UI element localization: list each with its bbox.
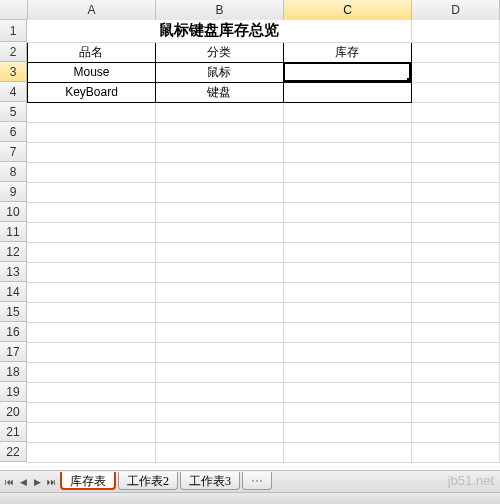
tab-nav-first-icon[interactable]: ⏮	[2, 474, 16, 490]
row-header-6[interactable]: 6	[0, 122, 27, 142]
cell[interactable]	[283, 162, 411, 182]
tab-nav-prev-icon[interactable]: ◀	[16, 474, 30, 490]
cell-stock-0[interactable]	[283, 62, 411, 82]
cell[interactable]	[155, 382, 283, 402]
cell[interactable]	[283, 142, 411, 162]
row-header-20[interactable]: 20	[0, 402, 27, 422]
row-header-1[interactable]: 1	[0, 20, 27, 42]
cell[interactable]	[27, 142, 155, 162]
row-header-7[interactable]: 7	[0, 142, 27, 162]
cell[interactable]	[27, 162, 155, 182]
row-header-22[interactable]: 22	[0, 442, 27, 462]
row-header-2[interactable]: 2	[0, 42, 27, 62]
cell[interactable]	[283, 342, 411, 362]
cell-D4[interactable]	[412, 82, 500, 102]
tab-nav-next-icon[interactable]: ▶	[30, 474, 44, 490]
row-header-13[interactable]: 13	[0, 262, 27, 282]
row-header-4[interactable]: 4	[0, 82, 27, 102]
cell-D2[interactable]	[412, 42, 500, 62]
row-header-17[interactable]: 17	[0, 342, 27, 362]
sheet-tab-2[interactable]: 工作表3	[180, 472, 240, 490]
row-header-21[interactable]: 21	[0, 422, 27, 442]
col-header-D[interactable]: D	[412, 0, 500, 20]
row-header-10[interactable]: 10	[0, 202, 27, 222]
cell[interactable]	[283, 202, 411, 222]
cell[interactable]	[155, 442, 283, 462]
col-header-A[interactable]: A	[28, 0, 156, 20]
cell[interactable]	[27, 362, 155, 382]
cell[interactable]	[412, 242, 500, 262]
row-header-3[interactable]: 3	[0, 62, 27, 82]
cell[interactable]	[155, 162, 283, 182]
cell[interactable]	[27, 302, 155, 322]
select-all-corner[interactable]	[0, 0, 28, 20]
cell[interactable]	[27, 322, 155, 342]
cell[interactable]	[27, 122, 155, 142]
row-header-9[interactable]: 9	[0, 182, 27, 202]
cell[interactable]	[283, 242, 411, 262]
row-header-5[interactable]: 5	[0, 102, 27, 122]
cell-D1[interactable]	[412, 20, 500, 42]
cell[interactable]	[155, 282, 283, 302]
row-header-12[interactable]: 12	[0, 242, 27, 262]
cell[interactable]	[155, 422, 283, 442]
cell[interactable]	[283, 422, 411, 442]
cell[interactable]	[283, 122, 411, 142]
cell[interactable]	[412, 202, 500, 222]
header-category[interactable]: 分类	[155, 42, 283, 62]
cell[interactable]	[412, 262, 500, 282]
cell[interactable]	[412, 422, 500, 442]
cell[interactable]	[27, 222, 155, 242]
cell[interactable]	[412, 442, 500, 462]
tab-nav-last-icon[interactable]: ⏭	[44, 474, 58, 490]
cell[interactable]	[412, 122, 500, 142]
cell[interactable]	[27, 402, 155, 422]
cell[interactable]	[412, 402, 500, 422]
cell[interactable]	[27, 382, 155, 402]
cell[interactable]	[27, 422, 155, 442]
cell[interactable]	[412, 102, 500, 122]
cell[interactable]	[155, 302, 283, 322]
row-header-14[interactable]: 14	[0, 282, 27, 302]
col-header-C[interactable]: C	[284, 0, 412, 20]
cell-D3[interactable]	[412, 62, 500, 82]
cell-name-1[interactable]: KeyBoard	[27, 82, 155, 102]
cell[interactable]	[155, 262, 283, 282]
cell[interactable]	[155, 102, 283, 122]
cell[interactable]	[155, 322, 283, 342]
cell[interactable]	[283, 222, 411, 242]
cell[interactable]	[412, 302, 500, 322]
cell[interactable]	[412, 362, 500, 382]
cell[interactable]	[412, 162, 500, 182]
cell[interactable]	[27, 342, 155, 362]
cell[interactable]	[27, 102, 155, 122]
cell[interactable]	[283, 262, 411, 282]
cell[interactable]	[412, 342, 500, 362]
cell[interactable]	[27, 282, 155, 302]
sheet-tab-0[interactable]: 库存表	[60, 472, 116, 490]
cell[interactable]	[155, 202, 283, 222]
cell[interactable]	[283, 322, 411, 342]
cell[interactable]	[412, 142, 500, 162]
cell[interactable]	[283, 102, 411, 122]
cell[interactable]	[412, 322, 500, 342]
cell[interactable]	[27, 442, 155, 462]
row-header-8[interactable]: 8	[0, 162, 27, 182]
cells-grid[interactable]: 鼠标键盘库存总览 品名 分类 库存 Mouse 鼠标 KeyBoard	[27, 20, 500, 470]
header-name[interactable]: 品名	[27, 42, 155, 62]
title-cell[interactable]: 鼠标键盘库存总览	[27, 20, 411, 42]
cell[interactable]	[27, 242, 155, 262]
row-header-15[interactable]: 15	[0, 302, 27, 322]
row-header-11[interactable]: 11	[0, 222, 27, 242]
cell-category-0[interactable]: 鼠标	[155, 62, 283, 82]
cell[interactable]	[155, 402, 283, 422]
cell[interactable]	[155, 142, 283, 162]
cell[interactable]	[27, 182, 155, 202]
cell[interactable]	[27, 262, 155, 282]
cell-stock-1[interactable]	[283, 82, 411, 102]
row-header-18[interactable]: 18	[0, 362, 27, 382]
cell[interactable]	[283, 362, 411, 382]
horizontal-scrollbar[interactable]	[0, 492, 500, 504]
cell[interactable]	[283, 182, 411, 202]
cell[interactable]	[155, 222, 283, 242]
